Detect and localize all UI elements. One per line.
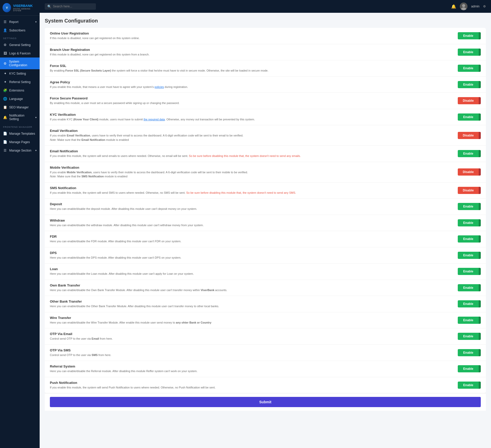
sidebar-item-label: SEO Manager [9,106,29,109]
config-title-otp-via-email: OTP Via Email [50,332,454,336]
toggle-btn-push-notification[interactable]: Enable [458,382,481,389]
toggle-btn-dps[interactable]: Enable [458,252,481,259]
config-row-dps: DPSHere you can enable/disable the DPS m… [45,247,486,264]
sidebar-item-label: Referral Setting [9,80,30,84]
user-name: admin [471,5,479,8]
toggle-btn-branch-user-registration[interactable]: Enable [458,49,481,56]
toggle-btn-referral-system[interactable]: Enable [458,365,481,372]
config-desc-online-user-registration: If this module is disabled, none can get… [50,36,454,40]
sidebar-item-label: Manage Templates [9,132,35,135]
user-menu-icon[interactable]: ⚙ [483,5,486,8]
toggle-btn-email-notification[interactable]: Enable [458,150,481,157]
sidebar-item-system-configuration[interactable]: ⚙ System Configuration [0,58,40,69]
config-title-push-notification: Push Notification [50,381,454,385]
config-desc-email-verification: If you enable Email Verification, users … [50,133,454,142]
sidebar-item-extensions[interactable]: 🧩 Extensions [0,86,40,95]
config-desc-deposit: Here you can enable/disable the deposit … [50,207,454,211]
toggle-btn-own-bank-transfer[interactable]: Enable [458,284,481,291]
toggle-btn-email-verification[interactable]: Disable [458,132,481,139]
main-content: System Configuration Online User Registr… [40,13,491,448]
config-desc-withdraw: Here you can enable/disable the withdraw… [50,223,454,227]
config-desc-referral-system: Here you can enable/disable the Referral… [50,369,454,373]
toggle-btn-kyc-verification[interactable]: Enable [458,113,481,121]
toggle-btn-other-bank-transfer[interactable]: Enable [458,300,481,307]
page-title: System Configuration [45,18,486,24]
logo-icon: V [3,3,11,12]
sidebar-item-manage-section[interactable]: ☰ Manage Section ▾ [0,146,40,155]
sidebar-item-referral-setting[interactable]: ✦ Referral Setting [0,78,40,86]
toggle-btn-online-user-registration[interactable]: Enable [458,32,481,39]
subscribers-icon: 👤 [3,28,7,32]
sidebar-item-kyc-setting[interactable]: ✦ KYC Setting [0,69,40,78]
brand-tagline: DIGITAL BANKING SYSTEM [13,8,37,12]
search-box[interactable]: 🔍 [45,3,96,10]
sidebar-item-notification-setting[interactable]: 🔔 Notification Setting ▾ [0,111,40,123]
config-desc-own-bank-transfer: Here you can enable/disable the Own Bank… [50,288,454,292]
config-row-wire-transfer: Wire TransferHere you can enable/disable… [45,312,486,329]
config-desc-other-bank-transfer: Here you can enable/disable the Other Ba… [50,304,454,308]
sidebar-nav: ☰ Report ▾ 👤 Subscribers SETTINGS ⚙ Gene… [0,16,40,448]
sidebar-item-label: General Setting [9,43,30,47]
config-row-other-bank-transfer: Other Bank TransferHere you can enable/d… [45,296,486,312]
sidebar-item-seo-manager[interactable]: 📋 SEO Manager [0,103,40,111]
toggle-btn-withdraw[interactable]: Enable [458,219,481,226]
config-row-deposit: DepositHere you can enable/disable the d… [45,199,486,215]
config-desc-sms-notification: If you enable this module, the system wi… [50,191,454,195]
submit-button[interactable]: Submit [50,397,481,407]
toggle-btn-otp-via-email[interactable]: Enable [458,333,481,340]
svg-text:V: V [6,6,8,9]
toggle-btn-force-secure-password[interactable]: Disable [458,97,481,104]
toggle-btn-fdr[interactable]: Enable [458,235,481,243]
config-title-referral-system: Referral System [50,364,454,368]
sidebar-item-label: Logo & Favicon [9,52,30,55]
toggle-btn-deposit[interactable]: Enable [458,203,481,210]
sidebar-item-manage-templates[interactable]: 📄 Manage Templates [0,129,40,138]
toggle-btn-agree-policy[interactable]: Enable [458,81,481,88]
kyc-icon: ✦ [3,72,7,75]
toggle-btn-force-ssl[interactable]: Enable [458,65,481,72]
sidebar-item-logo-favicon[interactable]: 🖼 Logo & Favicon [0,49,40,58]
language-icon: 🌐 [3,97,7,101]
search-input[interactable] [53,5,93,8]
config-desc-otp-via-email: Control send OTP to the user via Email f… [50,337,454,341]
sidebar-item-language[interactable]: 🌐 Language [0,95,40,103]
brand-name: VISERBANK [13,4,37,8]
chevron-icon: ▾ [35,149,37,152]
config-desc-fdr: Here you can enable/disable the FDR modu… [50,239,454,244]
config-row-email-verification: Email VerificationIf you enable Email Ve… [45,125,486,146]
toggle-btn-mobile-verification[interactable]: Disable [458,168,481,176]
config-icon: ⚙ [3,62,7,65]
settings-section-label: SETTINGS [0,35,40,41]
toggle-btn-loan[interactable]: Enable [458,268,481,275]
config-title-force-secure-password: Force Secure Password [50,96,454,100]
templates-icon: 📄 [3,132,7,135]
toggle-btn-wire-transfer[interactable]: Enable [458,317,481,324]
config-title-fdr: FDR [50,235,454,238]
config-title-dps: DPS [50,251,454,255]
toggle-btn-otp-via-sms[interactable]: Enable [458,349,481,356]
config-title-deposit: Deposit [50,202,454,206]
config-title-agree-policy: Agree Policy [50,80,454,84]
bell-icon[interactable]: 🔔 [451,4,456,9]
sidebar-item-general-setting[interactable]: ⚙ General Setting [0,41,40,49]
sidebar-item-label: Language [9,97,23,101]
sidebar: V VISERBANK DIGITAL BANKING SYSTEM ☰ Rep… [0,0,40,448]
config-desc-force-ssl: By enabling Force SSL (Secure Sockets La… [50,68,454,73]
config-row-force-ssl: Force SSLBy enabling Force SSL (Secure S… [45,60,486,77]
sidebar-item-subscribers[interactable]: 👤 Subscribers [0,26,40,35]
config-desc-branch-user-registration: If this module is disabled, none can get… [50,52,454,57]
config-row-withdraw: WithdrawHere you can enable/disable the … [45,215,486,231]
config-title-loan: Loan [50,267,454,271]
gear-icon: ⚙ [3,43,7,47]
sidebar-item-manage-pages[interactable]: 📄 Manage Pages [0,138,40,146]
config-title-email-notification: Email Notification [50,149,454,153]
sidebar-item-report[interactable]: ☰ Report ▾ [0,18,40,26]
config-row-kyc-verification: KYC VerificationIf you enable KYC (Know … [45,109,486,125]
config-card: Online User RegistrationIf this module i… [45,28,486,393]
config-desc-otp-via-sms: Control send OTP to the user via SMS fro… [50,353,454,357]
config-title-withdraw: Withdraw [50,219,454,222]
svg-point-3 [462,4,465,7]
config-row-own-bank-transfer: Own Bank TransferHere you can enable/dis… [45,280,486,296]
avatar [460,3,467,10]
toggle-btn-sms-notification[interactable]: Disable [458,187,481,194]
